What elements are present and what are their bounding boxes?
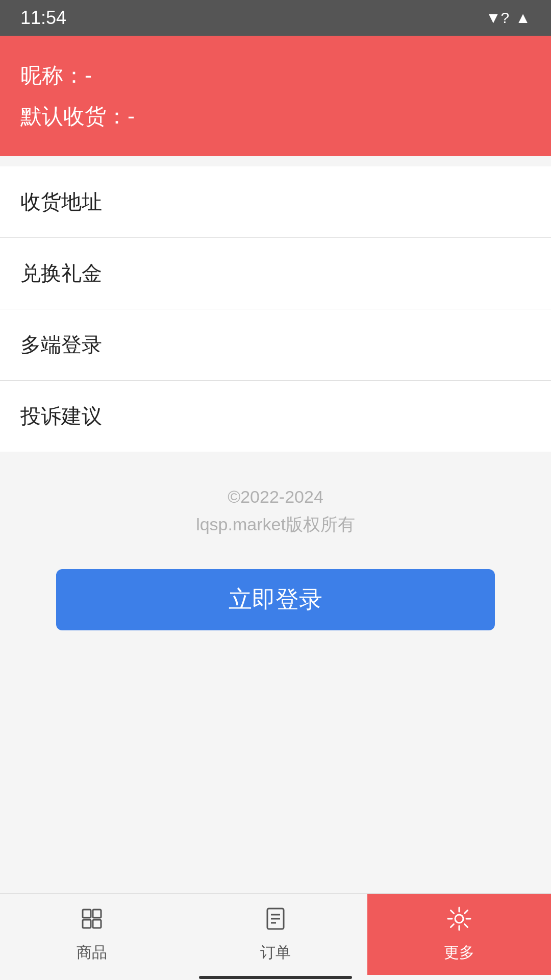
nav-label-goods: 商品 bbox=[77, 942, 107, 963]
signal-icon: ▲ bbox=[515, 9, 531, 27]
goods-icon bbox=[79, 905, 105, 938]
home-indicator-bar bbox=[199, 976, 352, 979]
menu-item-redeem-gift[interactable]: 兑换礼金 bbox=[0, 238, 551, 309]
svg-line-14 bbox=[465, 924, 468, 927]
menu-list: 收货地址 兑换礼金 多端登录 投诉建议 bbox=[0, 156, 551, 452]
status-time: 11:54 bbox=[20, 7, 66, 29]
svg-line-16 bbox=[451, 924, 454, 927]
menu-item-shipping-address[interactable]: 收货地址 bbox=[0, 166, 551, 238]
svg-rect-0 bbox=[83, 910, 91, 918]
profile-header: 昵称：- 默认收货：- bbox=[0, 36, 551, 156]
nav-item-goods[interactable]: 商品 bbox=[0, 894, 184, 975]
menu-item-complaints[interactable]: 投诉建议 bbox=[0, 381, 551, 452]
more-icon bbox=[446, 905, 472, 938]
nav-label-more: 更多 bbox=[444, 942, 474, 963]
profile-address: 默认收货：- bbox=[20, 102, 531, 131]
menu-item-multi-login[interactable]: 多端登录 bbox=[0, 309, 551, 381]
content-area: ©2022-2024 lqsp.market版权所有 立即登录 bbox=[0, 452, 551, 893]
status-bar: 11:54 ▼? ▲ bbox=[0, 0, 551, 36]
svg-line-15 bbox=[465, 911, 468, 914]
nav-label-orders: 订单 bbox=[260, 942, 291, 963]
nav-item-orders[interactable]: 订单 bbox=[184, 894, 367, 975]
copyright-text: ©2022-2024 lqsp.market版权所有 bbox=[196, 483, 355, 538]
svg-rect-2 bbox=[93, 910, 101, 918]
bottom-nav: 商品 订单 更多 bbox=[0, 893, 551, 975]
svg-point-8 bbox=[455, 915, 463, 923]
svg-line-13 bbox=[451, 911, 454, 914]
profile-nickname: 昵称：- bbox=[20, 61, 531, 90]
wifi-icon: ▼? bbox=[486, 9, 509, 27]
svg-rect-1 bbox=[83, 920, 91, 928]
login-button[interactable]: 立即登录 bbox=[56, 569, 495, 630]
svg-rect-3 bbox=[93, 920, 101, 928]
nav-item-more[interactable]: 更多 bbox=[367, 894, 551, 975]
home-indicator bbox=[0, 975, 551, 980]
status-icons: ▼? ▲ bbox=[486, 9, 531, 27]
orders-icon bbox=[262, 905, 289, 938]
